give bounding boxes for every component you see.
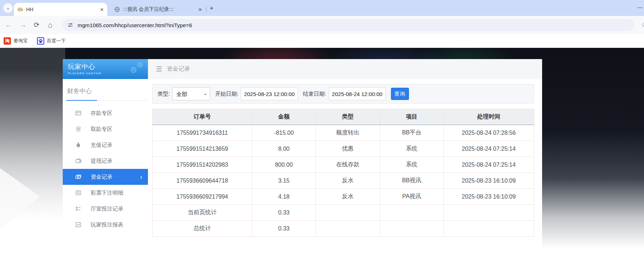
sidebar-item-label: 取款专区 (91, 126, 112, 133)
tab-close-icon[interactable]: × (198, 7, 202, 13)
cell-order-id: 1755936609644718 (153, 173, 252, 189)
col-project: 项目 (380, 109, 443, 125)
url-text[interactable]: mgm1065.com/hhcp/usercenter.html?iniType… (78, 22, 192, 28)
cell-type: 反水 (316, 189, 380, 205)
bookmark-star-icon[interactable]: ☆ (641, 21, 644, 29)
site-settings-icon[interactable] (67, 22, 73, 28)
sidebar-item-label: 玩家投注报表 (91, 221, 123, 228)
new-tab-button[interactable]: + (210, 5, 214, 12)
summary-row-current-page: 当前页统计 0.33 (153, 205, 534, 221)
hh-favicon-icon (17, 7, 23, 12)
sidebar-item-label: 存款专区 (91, 110, 112, 117)
table-row: 1755936609644718 3.15 反水 BB视讯 2025-08-23… (153, 173, 534, 189)
summary-amount: 0.33 (252, 205, 316, 221)
tab-divider (206, 6, 206, 13)
cell-project: PA视讯 (380, 189, 443, 205)
cell-process-time: 2025-08-24 07:25:14 (443, 157, 534, 173)
col-type: 类型 (316, 109, 380, 125)
cell-amount: 800.00 (252, 157, 316, 173)
browser-toolbar: ← → ⟳ ⌂ mgm1065.com/hhcp/usercenter.html… (0, 16, 644, 34)
sidebar-item-label: 彩票下注明细 (91, 190, 123, 196)
page-title: 资金记录 (167, 65, 190, 73)
tab-search-button[interactable]: ⌄ (3, 3, 13, 13)
cell-process-time: 2025-08-23 16:10:09 (443, 173, 534, 189)
cell-project: 系统 (380, 157, 443, 173)
start-date-label: 开始日期: (215, 91, 238, 97)
empty-cell (443, 221, 534, 237)
back-button-icon[interactable]: ← (5, 20, 12, 29)
address-bar[interactable]: mgm1065.com/hhcp/usercenter.html?iniType… (62, 19, 635, 31)
tab-video-records[interactable]: :::视讯 会员下注纪录::: × (111, 3, 206, 16)
funds-table: 订单号 金额 类型 项目 处理时间 1755991734916311 -815.… (152, 109, 534, 237)
home-button-icon[interactable]: ⌂ (48, 20, 53, 29)
col-process-time: 处理时间 (443, 109, 534, 125)
cell-type: 优惠 (316, 141, 380, 157)
table-row: 1755936609217994 4.18 反水 PA视讯 2025-08-23… (153, 189, 534, 205)
hamburger-icon[interactable]: ☰ (156, 65, 162, 73)
summary-row-total: 总统计 0.33 (153, 221, 534, 237)
background-gradient (0, 48, 65, 266)
chart-report-icon (75, 221, 82, 228)
table-row: 1755991734916311 -815.00 额度转出 BB平台 2025-… (153, 125, 534, 141)
end-date-input[interactable] (329, 87, 386, 100)
taobao-icon: 淘 (4, 37, 11, 45)
summary-label: 总统计 (153, 221, 252, 237)
list-document-icon (75, 190, 82, 196)
cell-process-time: 2025-08-24 07:25:14 (443, 141, 534, 157)
filter-bar: 类型: 全部 ⌄ 开始日期: 结束日期: 查询 (152, 84, 534, 104)
wallet-icon (75, 158, 82, 164)
sidebar-item-label: 提现记录 (91, 158, 112, 165)
sidebar-item-withdrawal-records[interactable]: 提现记录 (63, 153, 148, 169)
tab-close-icon[interactable]: × (100, 7, 104, 13)
empty-cell (380, 205, 443, 221)
reload-button-icon[interactable]: ⟳ (34, 20, 40, 29)
globe-icon (114, 7, 120, 12)
empty-cell (443, 205, 534, 221)
type-select[interactable]: 全部 (172, 87, 210, 100)
empty-cell (316, 205, 380, 221)
baidu-paw-icon (37, 37, 44, 45)
hand-money-icon (75, 126, 82, 132)
banknotes-icon (75, 174, 82, 180)
sidebar-item-funds-records[interactable]: 资金记录 › (63, 169, 148, 185)
sidebar-item-label: 充值记录 (91, 142, 112, 149)
tab-title: HH (26, 7, 97, 12)
money-bag-icon (75, 142, 82, 148)
cell-order-id: 1755991514202983 (153, 157, 252, 173)
forward-button-icon[interactable]: → (20, 20, 26, 29)
main-content: ☰ 资金记录 类型: 全部 ⌄ 开始日期: 结束日期: 查询 订单号 金额 类型… (148, 59, 542, 266)
grid-list-icon (75, 205, 82, 212)
empty-cell (316, 221, 380, 237)
start-date-input[interactable] (241, 87, 298, 100)
cell-project: BB平台 (380, 125, 443, 141)
cell-type: 在线存款 (316, 157, 380, 173)
summary-label: 当前页统计 (153, 205, 252, 221)
sidebar-item-recharge-records[interactable]: 充值记录 (63, 137, 148, 153)
bookmark-label: 爱淘宝 (13, 38, 28, 44)
search-button[interactable]: 查询 (391, 88, 409, 100)
bookmark-label: 百度一下 (47, 38, 66, 44)
type-label: 类型: (157, 91, 170, 97)
content-topbar: ☰ 资金记录 (148, 59, 542, 79)
table-row: 1755991514213659 8.00 优惠 系统 2025-08-24 0… (153, 141, 534, 157)
sidebar: 玩家中心 PLAYERS CENTER 财务中心 存款专区 (63, 59, 148, 266)
section-underline (63, 100, 148, 101)
sidebar-header: 玩家中心 PLAYERS CENTER (63, 59, 148, 79)
summary-amount: 0.33 (252, 221, 316, 237)
sidebar-item-player-bet-report[interactable]: 玩家投注报表 (63, 217, 148, 233)
sidebar-item-lottery-bet-details[interactable]: 彩票下注明细 (63, 185, 148, 201)
end-date-label: 结束日期: (303, 91, 326, 97)
tab-title: :::视讯 会员下注纪录::: (123, 6, 195, 13)
sidebar-menu: 存款专区 取款专区 充值记录 (63, 105, 148, 233)
sidebar-item-withdraw-zone[interactable]: 取款专区 (63, 121, 148, 137)
window-minimize-button[interactable]: — (637, 4, 643, 10)
funds-table-wrap: 订单号 金额 类型 项目 处理时间 1755991734916311 -815.… (152, 109, 534, 237)
col-order-id: 订单号 (153, 109, 252, 125)
tab-hh[interactable]: HH × (14, 3, 107, 16)
sidebar-item-hall-bet-records[interactable]: 厅室投注记录 (63, 201, 148, 217)
bookmark-taobao[interactable]: 淘 爱淘宝 (4, 37, 28, 45)
tab-strip: ⌄ HH × :::视讯 会员下注纪录::: × + — (0, 0, 644, 16)
cell-process-time: 2025-08-23 16:10:09 (443, 189, 534, 205)
bookmark-baidu[interactable]: 百度一下 (37, 37, 66, 45)
sidebar-item-deposit-zone[interactable]: 存款专区 (63, 105, 148, 121)
